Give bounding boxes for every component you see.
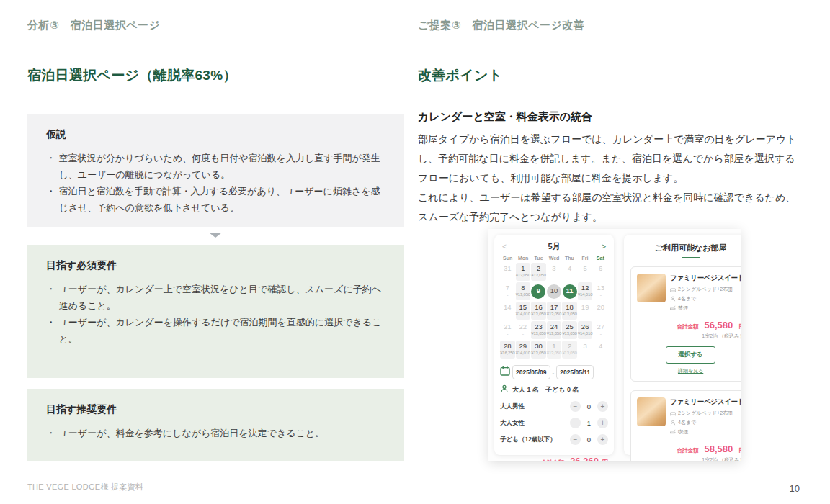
calendar-day[interactable]: 21 - (500, 321, 515, 339)
total-label: 合計金額 (541, 459, 564, 461)
calendar-day[interactable]: 1 ¥13,050 (516, 263, 531, 281)
rooms-panel: ご利用可能なお部屋 ファミリーベジスイート 2シングルベッド+2布団 (624, 235, 741, 455)
calendar-day[interactable]: 29 ¥14,010 (516, 341, 531, 359)
calendar-grid: 31 - 1 ¥13,050 2 ¥13,050 3 - (500, 263, 608, 359)
room-card-list: ファミリーベジスイート 2シングルベッド+2布団 4名まで (630, 266, 741, 461)
chevron-left-icon[interactable]: < (502, 243, 507, 251)
calendar-day[interactable]: 22 - (516, 321, 531, 339)
calendar-day[interactable]: 9 (531, 282, 546, 300)
calendar-day[interactable]: 3 - (578, 341, 593, 359)
stepper-value: 0 (586, 402, 592, 410)
day-number: 15 (519, 304, 527, 312)
calendar-day[interactable]: 20 - (593, 302, 608, 320)
minus-button[interactable]: − (570, 434, 581, 445)
day-price: ¥14,010 (516, 312, 530, 317)
room-price: 58,580 (704, 444, 733, 454)
day-price: - (553, 273, 555, 279)
calendar-day[interactable]: 18 ¥13,050 (562, 302, 577, 320)
room-capacity: 4名まで (678, 295, 696, 302)
day-number: 20 (597, 304, 604, 312)
calendar-day[interactable]: 1 ¥13,050 (547, 341, 562, 359)
hypothesis-heading: 仮説 (46, 128, 385, 141)
bullet-marker: ・ (46, 281, 59, 314)
calendar-day[interactable]: 4 - (593, 341, 608, 359)
proposal-subheading: カレンダーと空室・料金表示の統合 (418, 110, 592, 124)
bullet-marker: ・ (46, 183, 59, 216)
total-unit: 円 (602, 459, 609, 461)
calendar-day[interactable]: 27 - (593, 321, 608, 339)
minus-button[interactable]: − (570, 401, 581, 412)
room-price-note: 1室2泊 （税込み） (637, 333, 741, 340)
calendar-day[interactable]: 30 ¥13,050 (531, 341, 546, 359)
calendar-day[interactable]: 15 ¥14,010 (516, 302, 531, 320)
calendar-day[interactable]: 6 - (593, 263, 608, 281)
proposal-title: 改善ポイント (418, 66, 503, 85)
day-number: 23 (535, 323, 543, 331)
calendar-day[interactable]: 7 - (500, 282, 515, 300)
calendar-day[interactable]: 28 ¥16,250 (500, 341, 515, 359)
room-price-note: 1室2泊 （税込み） (637, 456, 741, 461)
day-price: ¥13,050 (547, 331, 561, 336)
calendar-day[interactable]: 4 - (562, 263, 577, 281)
day-price: ¥13,050 (531, 331, 545, 336)
guest-stepper: 子ども（12歳以下） − 0 + (500, 434, 608, 445)
day-price: - (584, 351, 586, 356)
plus-button[interactable]: + (597, 401, 608, 412)
calendar-day[interactable]: 31 - (500, 263, 515, 281)
day-number: 28 (504, 343, 512, 351)
list-item: ・ ユーザーが、料金を参考にしながら宿泊日を決定できること。 (46, 425, 385, 441)
calendar-day[interactable]: 10 (547, 282, 562, 300)
calendar-day[interactable]: 11 (562, 282, 577, 300)
calendar-month-label: 5月 (548, 241, 560, 252)
minus-button[interactable]: − (570, 418, 581, 428)
chevron-right-icon[interactable]: > (602, 243, 606, 251)
day-number: 19 (581, 304, 589, 312)
day-number: 1 (521, 265, 525, 273)
calendar-day[interactable]: 2 ¥13,050 (531, 263, 546, 281)
day-price: ¥13,050 (562, 331, 576, 336)
day-number: 26 (581, 323, 589, 331)
day-price: ¥13,050 (516, 273, 530, 278)
calendar-day[interactable]: 13 - (593, 282, 608, 300)
weekday-label: Sat (593, 256, 608, 261)
room-photo (637, 397, 666, 426)
room-smoking: 喫煙 (678, 428, 688, 436)
day-price: - (600, 292, 602, 298)
plus-button[interactable]: + (597, 434, 608, 445)
calendar-day[interactable]: 25 ¥13,050 (562, 321, 577, 339)
checkout-date-input[interactable]: 2025/05/11 (556, 365, 594, 379)
person-icon (500, 384, 509, 395)
calendar-day[interactable]: 3 - (547, 263, 562, 281)
day-number: 5 (583, 265, 586, 273)
stepper-value: 0 (586, 436, 592, 444)
day-price: - (507, 292, 508, 298)
calendar-day[interactable]: 17 ¥13,050 (547, 302, 562, 320)
calendar-day[interactable]: 5 - (578, 263, 593, 281)
required-heading: 目指す必須要件 (46, 259, 385, 272)
down-arrow-icon (209, 233, 222, 238)
calendar-day[interactable]: 2 ¥13,050 (562, 341, 577, 359)
stepper-label: 子ども（12歳以下） (500, 436, 556, 444)
day-price: - (600, 273, 602, 279)
select-room-button[interactable]: 選択する (666, 346, 715, 364)
day-number: 11 (563, 284, 577, 299)
room-detail-link[interactable]: 詳細を見る (637, 367, 741, 374)
day-price: - (568, 273, 570, 279)
room-price: 56,580 (704, 320, 733, 330)
checkin-date-input[interactable]: 2025/05/09 (512, 365, 550, 379)
calendar-day[interactable]: 16 ¥13,050 (531, 302, 546, 320)
date-range-separator: - (553, 369, 555, 376)
calendar-day[interactable]: 19 - (578, 302, 593, 320)
calendar-day[interactable]: 24 ¥13,050 (547, 321, 562, 339)
weekday-label: Wed (546, 256, 561, 261)
required-box: 目指す必須要件 ・ ユーザーが、カレンダー上で空室状況をひと目で確認し、スムーズ… (27, 245, 404, 378)
calendar-day[interactable]: 8 ¥13,050 (516, 282, 531, 300)
calendar-day[interactable]: 23 ¥13,050 (531, 321, 546, 339)
calendar-day[interactable]: 12 ¥14,010 (578, 282, 593, 300)
plus-button[interactable]: + (597, 418, 608, 428)
calendar-day[interactable]: 14 - (500, 302, 515, 320)
proposal-paragraphs: 部屋タイプから宿泊日を選ぶフローでは、カレンダー上で満室の日をグレーアウトし、予… (418, 130, 805, 227)
calendar-day[interactable]: 26 ¥14,010 (578, 321, 593, 339)
day-number: 3 (583, 343, 586, 351)
day-price: ¥13,050 (562, 312, 576, 317)
